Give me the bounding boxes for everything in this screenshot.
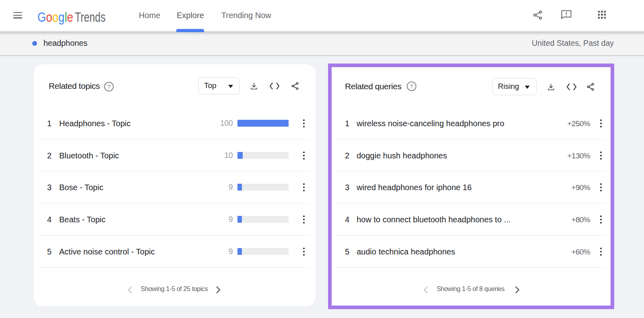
svg-text:?: ? [410,83,413,90]
svg-text:?: ? [107,84,111,90]
